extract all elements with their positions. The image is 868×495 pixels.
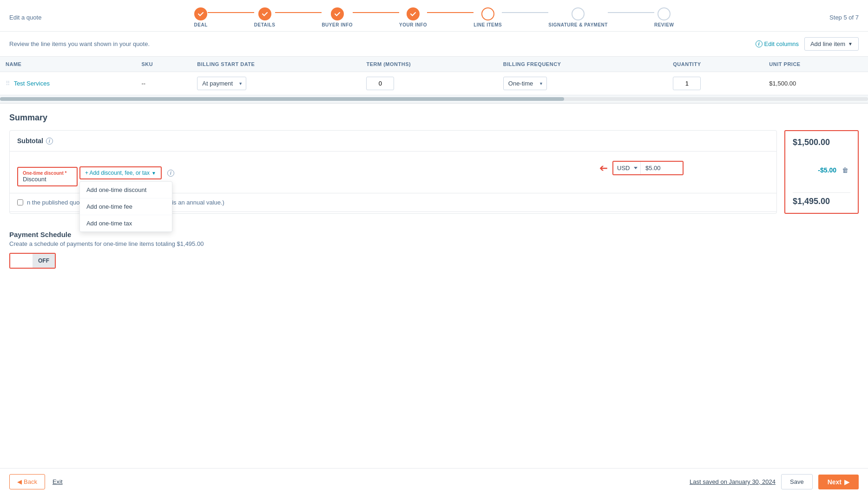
terms-checkbox[interactable] (17, 199, 23, 205)
term-months-input[interactable] (366, 77, 394, 90)
chevron-down-icon: ▼ (848, 41, 853, 46)
step-line-items-label: LINE ITEMS (473, 22, 502, 27)
billing-start-date-dropdown-wrap: At payment (197, 77, 246, 90)
subtotal-row: Subtotal i (10, 131, 776, 152)
step-line-items[interactable]: LINE ITEMS (473, 7, 502, 27)
line-5 (502, 12, 548, 13)
toggle-state-label: OFF (38, 257, 49, 264)
step-counter: Step 5 of 7 (829, 14, 859, 21)
row-name-cell: ⠿ Test Services (0, 72, 136, 95)
step-review-circle (658, 7, 671, 20)
arrow-to-currency-input: ➔ (599, 162, 608, 174)
quantity-input[interactable] (673, 77, 701, 90)
step-details[interactable]: DETAILS (254, 7, 276, 27)
product-name[interactable]: Test Services (14, 80, 50, 87)
step-buyer-info-label: BUYER INFO (322, 22, 353, 27)
step-deal[interactable]: DEAL (194, 7, 208, 27)
col-sku: SKU (136, 57, 191, 72)
line-items-table-container: NAME SKU BILLING START DATE TERM (MONTHS… (0, 57, 868, 104)
billing-frequency-dropdown-wrap: One-time (503, 77, 547, 90)
footer-spacer (0, 276, 868, 304)
add-one-time-discount-item[interactable]: Add one-time discount (80, 182, 172, 198)
step-signature-payment[interactable]: SIGNATURE & PAYMENT (548, 7, 608, 27)
chevron-down-icon: ▼ (151, 171, 156, 176)
step-your-info-label: YOUR INFO (399, 22, 427, 27)
page-title: Edit a quote (9, 14, 41, 21)
subtotal-info-icon[interactable]: i (46, 138, 53, 145)
discount-delete-button[interactable]: 🗑 (840, 165, 850, 175)
discount-row: One-time discount * Discount ➔ + Add dis… (10, 152, 776, 193)
discount-display-row: -$5.00 🗑 (793, 165, 850, 175)
total-display: $1,495.00 (793, 192, 850, 206)
row-unit-price-cell: $1,500.00 (763, 72, 868, 95)
add-line-item-label: Add line item (810, 40, 845, 47)
summary-title: Summary (9, 113, 859, 123)
step-deal-circle (194, 7, 207, 20)
step-review-label: REVIEW (654, 22, 674, 27)
step-line-items-circle (481, 7, 494, 20)
summary-card: Subtotal i One-time discount * Discount … (9, 130, 777, 214)
add-discount-label: + Add discount, fee, or tax (85, 170, 150, 176)
step-buyer-info-circle (331, 7, 344, 20)
edit-columns-button[interactable]: i Edit columns (756, 40, 799, 47)
col-quantity: QUANTITY (667, 57, 763, 72)
step-buyer-info[interactable]: BUYER INFO (322, 7, 353, 27)
step-signature-payment-label: SIGNATURE & PAYMENT (548, 22, 608, 27)
info-icon: i (756, 40, 763, 47)
scroll-thumb (0, 97, 564, 101)
step-your-info[interactable]: YOUR INFO (399, 7, 427, 27)
summary-layout: Subtotal i One-time discount * Discount … (9, 130, 859, 214)
col-name: NAME (0, 57, 136, 72)
add-one-time-tax-item[interactable]: Add one-time tax (80, 215, 172, 231)
col-term-months: TERM (MONTHS) (361, 57, 497, 72)
add-one-time-fee-item[interactable]: Add one-time fee (80, 198, 172, 215)
scroll-track[interactable] (0, 97, 868, 101)
currency-input-group: USD (612, 161, 684, 175)
progress-bar: Edit a quote DEAL DETAILS (0, 0, 868, 32)
step-signature-payment-circle (572, 7, 585, 20)
subtotal-display: $1,500.00 (793, 138, 850, 147)
add-discount-fee-tax-button[interactable]: + Add discount, fee, or tax ▼ (79, 166, 162, 179)
billing-frequency-select[interactable]: One-time (503, 77, 547, 90)
toolbar-actions: i Edit columns Add line item ▼ (756, 37, 859, 51)
line-3 (353, 12, 399, 13)
drag-handle-icon[interactable]: ⠿ (6, 80, 10, 87)
discount-placeholder: Discount (23, 176, 72, 183)
toolbar-description: Review the line items you want shown in … (9, 40, 150, 47)
subtotal-text: Subtotal (17, 137, 43, 145)
discount-display-value: -$5.00 (818, 166, 836, 174)
toolbar: Review the line items you want shown in … (0, 32, 868, 57)
row-quantity-cell (667, 72, 763, 95)
steps-container: DEAL DETAILS BUYER INFO (194, 7, 674, 27)
toggle-on-side (10, 254, 33, 268)
line-2 (275, 12, 322, 13)
add-discount-info-icon[interactable]: i (167, 170, 174, 177)
payment-schedule-description: Create a schedule of payments for one-ti… (9, 240, 859, 247)
edit-columns-label: Edit columns (764, 40, 799, 47)
row-billing-start-date-cell: At payment (191, 72, 361, 95)
col-unit-price: UNIT PRICE (763, 57, 868, 72)
billing-start-date-select[interactable]: At payment (197, 77, 246, 90)
step-details-label: DETAILS (254, 22, 276, 27)
step-deal-label: DEAL (194, 22, 208, 27)
scroll-row (0, 95, 868, 103)
row-term-months-cell (361, 72, 497, 95)
step-review[interactable]: REVIEW (654, 7, 674, 27)
row-sku-cell: -- (136, 72, 191, 95)
summary-section: Summary Subtotal i One-time discount * D… (0, 104, 868, 223)
subtotal-label: Subtotal i (17, 137, 53, 145)
add-line-item-button[interactable]: Add line item ▼ (804, 37, 859, 51)
step-details-circle (258, 7, 271, 20)
line-items-table: NAME SKU BILLING START DATE TERM (MONTHS… (0, 57, 868, 103)
line-1 (208, 12, 254, 13)
summary-values-box: $1,500.00 -$5.00 🗑 $1,495.00 (784, 130, 859, 214)
add-discount-dropdown-menu: Add one-time discount Add one-time fee A… (79, 181, 172, 232)
line-6 (608, 12, 654, 13)
add-discount-container: + Add discount, fee, or tax ▼ i Add one-… (79, 163, 174, 179)
discount-currency-area: ➔ USD (599, 161, 684, 175)
step-your-info-circle (407, 7, 420, 20)
discount-amount-input[interactable] (641, 162, 683, 174)
payment-schedule-toggle[interactable]: OFF (9, 253, 56, 269)
currency-select[interactable]: USD (613, 162, 641, 174)
row-billing-frequency-cell: One-time (498, 72, 667, 95)
